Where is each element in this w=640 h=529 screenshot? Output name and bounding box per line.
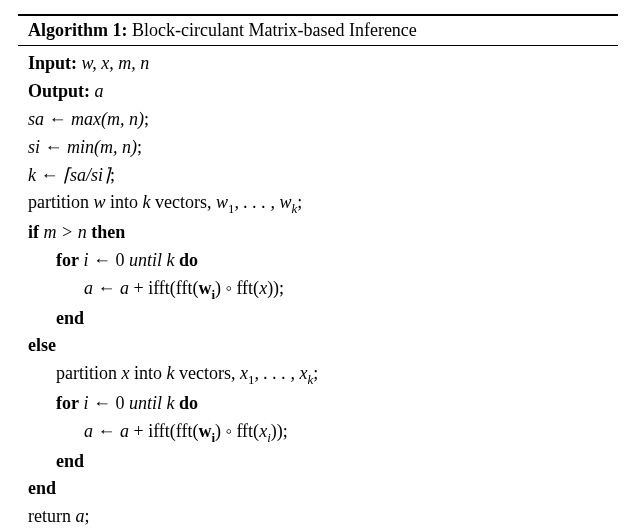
pw-f: w: [216, 192, 228, 212]
u1-lhs: a: [84, 278, 93, 298]
u2-p3: ) ◦ fft(: [215, 421, 259, 441]
px-a: partition: [56, 363, 122, 383]
px-g: , . . . ,: [254, 363, 299, 383]
end-kw: end: [56, 451, 84, 471]
assign-si-line: si ← min(m, n);: [28, 134, 614, 162]
px-b: x: [122, 363, 130, 383]
semi: ;: [137, 137, 142, 157]
partition-x-line: partition x into k vectors, x1, . . . , …: [28, 360, 614, 390]
algorithm-body: Input: w, x, m, n Output: a sa ← max(m, …: [18, 46, 618, 529]
assign-arrow: ←: [93, 421, 120, 441]
pw-d: k: [143, 192, 151, 212]
end-for1: end: [28, 305, 614, 333]
px-d: k: [167, 363, 175, 383]
sa-lhs: sa: [28, 109, 44, 129]
then-kw: then: [91, 222, 125, 242]
assign-arrow: ←: [40, 137, 67, 157]
u2-p2: + ifft(fft(: [129, 421, 198, 441]
end-for2: end: [28, 448, 614, 476]
if-kw: if: [28, 222, 39, 242]
else-kw: else: [28, 335, 56, 355]
pw-c: into: [106, 192, 143, 212]
assign-arrow: ←: [36, 165, 63, 185]
pw-e: vectors,: [151, 192, 216, 212]
pw-a: partition: [28, 192, 94, 212]
u1-p1: a: [120, 278, 129, 298]
for-kw: for: [56, 250, 79, 270]
else-line: else: [28, 332, 614, 360]
assign-sa-line: sa ← max(m, n);: [28, 106, 614, 134]
assign-k-line: k ← ⌈sa/si⌉;: [28, 162, 614, 190]
output-keyword: Output:: [28, 81, 90, 101]
semi: ;: [313, 363, 318, 383]
pw-h: w: [280, 192, 292, 212]
semi: ;: [144, 109, 149, 129]
u2-p1: a: [120, 421, 129, 441]
k-rhs: ⌈sa/si⌉: [63, 165, 110, 185]
pw-b: w: [94, 192, 106, 212]
px-c: into: [130, 363, 167, 383]
px-e: vectors,: [175, 363, 240, 383]
update2-line: a ← a + ifft(fft(wi) ◦ fft(xi));: [28, 418, 614, 448]
u1-p2: + ifft(fft(: [129, 278, 198, 298]
if-cond: m > n: [44, 222, 87, 242]
if-line: if m > n then: [28, 219, 614, 247]
for-kw: for: [56, 393, 79, 413]
u1-w: w: [198, 278, 211, 298]
input-vars: w, x, m, n: [82, 53, 150, 73]
for2-start: 0: [116, 393, 125, 413]
u1-x: x: [259, 278, 267, 298]
end-kw: end: [28, 478, 56, 498]
u1-p3: ) ◦ fft(: [215, 278, 259, 298]
algorithm-block: Algorithm 1: Block-circulant Matrix-base…: [18, 14, 618, 529]
update1-line: a ← a + ifft(fft(wi) ◦ fft(x));: [28, 275, 614, 305]
sa-rhs: max(m, n): [71, 109, 144, 129]
u1-p4: ));: [267, 278, 284, 298]
end-if: end: [28, 475, 614, 503]
u2-x: x: [259, 421, 267, 441]
partition-w-line: partition w into k vectors, w1, . . . , …: [28, 189, 614, 219]
for1-start: 0: [116, 250, 125, 270]
for1-line: for i ← 0 until k do: [28, 247, 614, 275]
do-kw: do: [179, 250, 198, 270]
u2-p4: ));: [271, 421, 288, 441]
px-f: x: [240, 363, 248, 383]
u2-lhs: a: [84, 421, 93, 441]
input-keyword: Input:: [28, 53, 77, 73]
for2-end: k: [167, 393, 175, 413]
algorithm-title-row: Algorithm 1: Block-circulant Matrix-base…: [18, 16, 618, 45]
algorithm-label: Algorithm 1:: [28, 20, 127, 40]
u2-w: w: [198, 421, 211, 441]
output-line: Output: a: [28, 78, 614, 106]
assign-arrow: ←: [89, 250, 116, 270]
assign-arrow: ←: [44, 109, 71, 129]
do-kw: do: [179, 393, 198, 413]
return-kw: return: [28, 506, 75, 526]
semi: ;: [84, 506, 89, 526]
semi: ;: [297, 192, 302, 212]
until-kw: until: [129, 393, 162, 413]
end-kw: end: [56, 308, 84, 328]
assign-arrow: ←: [93, 278, 120, 298]
algorithm-title: Block-circulant Matrix-based Inference: [132, 20, 417, 40]
pw-g: , . . . ,: [235, 192, 280, 212]
for1-end: k: [167, 250, 175, 270]
si-rhs: min(m, n): [67, 137, 137, 157]
return-line: return a;: [28, 503, 614, 529]
assign-arrow: ←: [89, 393, 116, 413]
output-vars: a: [95, 81, 104, 101]
input-line: Input: w, x, m, n: [28, 50, 614, 78]
k-lhs: k: [28, 165, 36, 185]
semi: ;: [110, 165, 115, 185]
for2-line: for i ← 0 until k do: [28, 390, 614, 418]
si-lhs: si: [28, 137, 40, 157]
until-kw: until: [129, 250, 162, 270]
